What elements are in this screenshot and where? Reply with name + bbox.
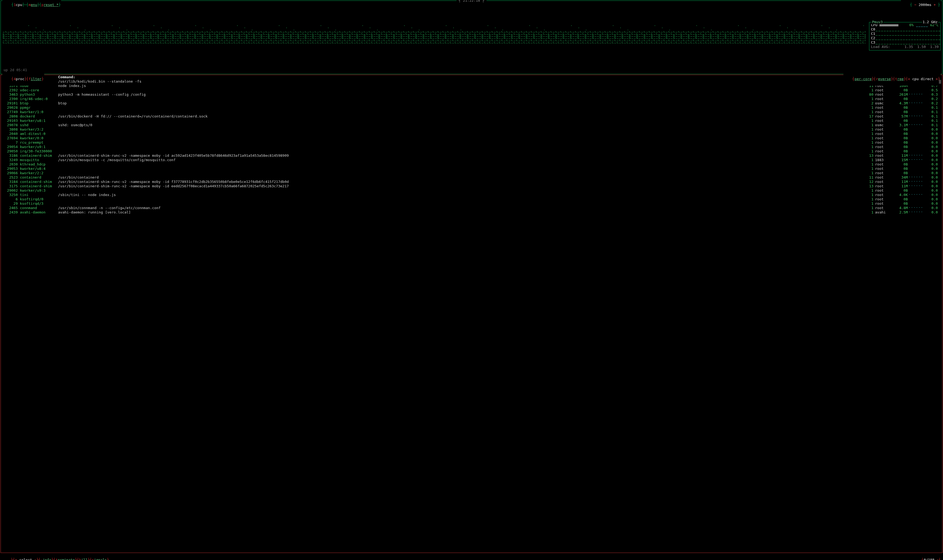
proc-panel-title: ┤4proc├┤filter├ [3,72,44,86]
terminate-button[interactable]: erminate [58,558,75,560]
cpu-stats-box: Pmuv3 1.2 GHz CPU ■■■■■■■■■■ 6% ⣀⣀⣀⣀⣀ 62… [869,22,940,51]
hotkey-k[interactable]: k [79,558,81,560]
scrollbar-thumb[interactable] [939,80,941,84]
core-row: C0⣀⣀⣀⣀⣀⣀⣀⣀⣀⣀⣀⣀⣀⣀⣀⣀⣀⣀⣀⣀⣀⣀⣀⣀ 7% [871,27,938,32]
table-row[interactable]: 3808kworker/3:21root0B⠀⠀⠀⠀⠀⠀0.0 [1,127,942,132]
sort-right-button[interactable]: > [934,77,938,81]
core-row: C1⣀⣀⣀⣀⣀⣀⣀⣀⣀⣀⣀⣀⣀⣀⣀⣀⣀⣀⣀⣀⣀⣀⣀⣀ 4% [871,32,938,36]
cpu-freq: 1.2 GHz [922,20,938,24]
table-row[interactable]: 3250tini/sbin/tini -- node index.js1root… [1,193,942,197]
load-5: 1.50 [917,45,926,49]
table-row[interactable]: 3249mosquitto/usr/sbin/mosquitto -c /mos… [1,158,942,162]
scroll-down-icon[interactable]: ↓ [937,558,938,560]
hotkey-f[interactable]: f [29,77,31,81]
core-row: C3⣀⣀⣀⣀⣀⣀⣀⣀⣀⣀⣀⣀⣀⣀⣀⣀⣀⣀⣀⣀⣀⣀⣀⣀ 10% [871,40,938,45]
table-row[interactable]: 27749kworker/1:01root0B⠀⠀⠀⠀⠀⠀0.1 [1,110,942,114]
sort-left-button[interactable]: < [908,77,912,81]
cpu-panel: ┤1cpu├─┤menu├┤preset *├ ┤ 21:22:18 ├ ┤ −… [0,0,943,74]
table-row[interactable]: 2392vdec-core1root0B⠀⠀⠀⠀⠀⠀0.5 [1,88,942,92]
hotkey-4[interactable]: 4 [14,77,16,81]
table-row[interactable]: 2439avahi-daemonavahi-daemon: running [v… [1,210,942,215]
filter-button[interactable]: ilter [31,77,42,81]
reverse-toggle[interactable]: everse [878,77,891,81]
proc-panel-options: ┤per-core├┤reverse├┤tree├┤< cpu direct >… [843,72,940,86]
table-row[interactable]: 29054kworker/u9:11root0B⠀⠀⠀⠀⠀⠀0.0 [1,145,942,149]
table-row[interactable]: 3184containerd-shim/usr/bin/containerd-s… [1,180,942,184]
info-button[interactable]: info [43,558,51,560]
tree-toggle[interactable]: ree [897,77,903,81]
table-row[interactable]: 29078sshdsshd: osmc@pts/01osmc3.1M⠂⠂⠂⠂⠂⠂… [1,123,942,127]
table-row[interactable]: 6ksoftirqd/01root0B⠀⠀⠀⠀⠀⠀0.0 [1,197,942,202]
hotkey-s[interactable]: s [92,558,94,560]
uptime-label: up 2d 05:41 [3,68,27,72]
table-row[interactable]: 29ksoftirqd/31root0B⠀⠀⠀⠀⠀⠀0.0 [1,202,942,206]
info-back-icon[interactable]: ← [41,558,43,560]
table-row[interactable]: 29050irq/30-fe3300001root0B⠀⠀⠀⠀⠀⠀0.0 [1,149,942,154]
load-15: 1.39 [930,45,938,49]
table-row[interactable]: 29028ppmgr1root0B⠀⠀⠀⠀⠀⠀0.1 [1,106,942,110]
signals-button[interactable]: ignals [94,558,107,560]
table-row[interactable]: 2030kthread_hdcp1root0B⠀⠀⠀⠀⠀⠀0.0 [1,162,942,166]
table-row[interactable]: 29002kworker/u9:31root0B⠀⠀⠀⠀⠀⠀0.0 [1,188,942,193]
sort-mode[interactable]: cpu direct [912,77,934,81]
table-row[interactable]: 29103kworker/u8:11root0B⠀⠀⠀⠀⠀⠀0.1 [1,118,942,123]
table-row[interactable]: 2922kodi.bin/usr/lib/kodi/kodi.bin --sta… [1,79,942,84]
footer-bar: └┤↑ select ↓├┤←info├┤terminate├┤kill├┤si… [0,554,943,560]
col-command-header[interactable]: Command: [58,75,853,79]
table-row[interactable]: 2465connmand/usr/sbin/connmand -n --conf… [1,206,942,210]
per-core-toggle[interactable]: per-core [855,77,872,81]
proc-table-body: 2922kodi.bin/usr/lib/kodi/kodi.bin --sta… [1,79,942,215]
kill-button[interactable]: ill [81,558,88,560]
table-row[interactable]: 3186containerd-shim/usr/bin/containerd-s… [1,154,942,158]
table-row[interactable]: 3463python3python3 -m homeassistant --co… [1,92,942,97]
table-row[interactable]: 7rcu_preempt1root0B⠀⠀⠀⠀⠀⠀0.0 [1,140,942,145]
hotkey-t[interactable]: t [56,558,58,560]
table-row[interactable]: 2390irq/46-vdec-01root0B⠀⠀⠀⠀⠀⠀0.2 [1,97,942,101]
proc-table-header: Pid: Program: Command: Threads: User: Me… [1,75,942,79]
proc-panel: ┤4proc├┤filter├ ┤per-core├┤reverse├┤tree… [0,75,943,553]
load-avg-label: Load AVG: [871,45,890,49]
table-row[interactable]: 2808dockerd/usr/bin/dockerd -H fd:// --c… [1,114,942,118]
cpu-name: Pmuv3 [872,20,883,24]
load-1: 1.35 [904,45,913,49]
select-button[interactable]: select [19,558,32,560]
scroll-position: 0/188 [924,558,934,560]
table-row[interactable]: 3371nodenode index.js11root100M⠂⠂⠂⠂⠂⠂0.7 [1,84,942,88]
core-row: C2⣀⣀⣀⣀⣀⣀⣀⣀⣀⣀⣀⣀⣀⣀⣀⣀⣀⣀⣀⣀⣀⣀⣀⣀ 5% [871,36,938,40]
table-row[interactable]: 29101btopbtop2osmc4.3M⠂⠂⠂⠂⠂⠂0.2 [1,101,942,106]
table-row[interactable]: 2040aml-ditest-01root0B⠀⠀⠀⠀⠀⠀0.0 [1,132,942,136]
select-up-icon[interactable]: ↑ [15,558,17,560]
cpu-total-pct: 6% [909,23,914,27]
table-row[interactable]: 29066kworker/2:21root0B⠀⠀⠀⠀⠀⠀0.0 [1,171,942,175]
cpu-graph: ⠀⠀⠀⠀⠀⠀⠀⠀⠀⠀⠀⠀⠀⠀⠀⠀⠀⠀⠀⠀⠀⠀⠀⠀⠀⠀⠀⠀⠀⠀⠀⠀⠀⠀⠀⠀⠀⠀⠀⠀… [3,3,866,66]
table-row[interactable]: 3175containerd-shim/usr/bin/containerd-s… [1,184,942,188]
table-row[interactable]: 27694kworker/0:01root0B⠀⠀⠀⠀⠀⠀0.0 [1,136,942,140]
table-row[interactable]: 29053kworker/u8:41root0B⠀⠀⠀⠀⠀⠀0.0 [1,166,942,171]
table-row[interactable]: 2523containerd/usr/bin/containerd11root3… [1,175,942,180]
